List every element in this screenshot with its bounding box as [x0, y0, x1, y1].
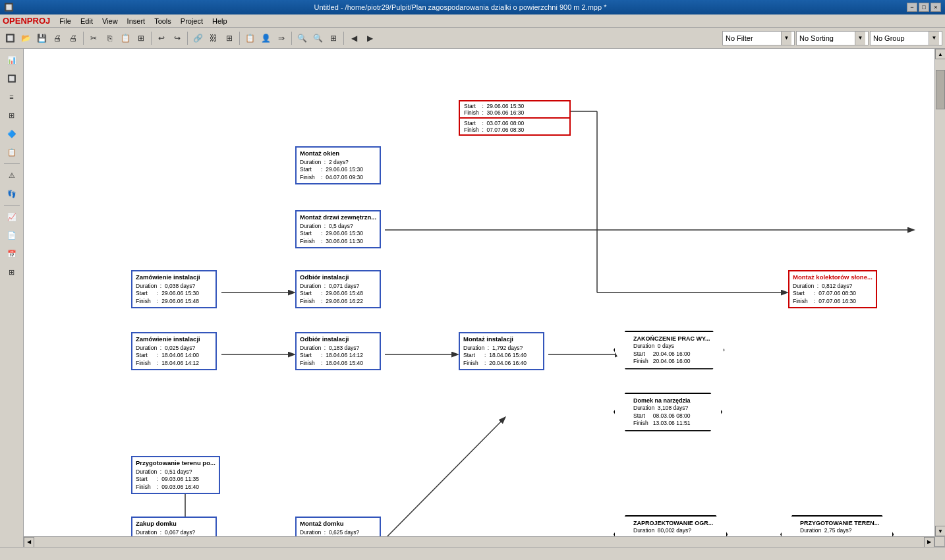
node-odbior-inst-2[interactable]: Odbiór instalacji Duration : 0,183 days?… — [295, 332, 381, 370]
sidebar-sep-2 — [4, 205, 20, 206]
toolbar-sep-5 — [291, 32, 292, 45]
print-preview-button[interactable]: 🖨 — [66, 31, 80, 45]
unlink-button[interactable]: ⛓ — [206, 31, 221, 45]
sidebar-tasklist-btn[interactable]: ≡ — [3, 88, 21, 105]
scroll-down-arrow[interactable]: ▼ — [935, 526, 945, 536]
sidebar: 📊 🔲 ≡ ⊞ 🔷 📋 ⚠ 👣 📈 📄 📅 ⊞ — [0, 49, 24, 547]
nav-prev-button[interactable]: ◀ — [347, 31, 361, 45]
toolbar-sep-1 — [83, 32, 84, 45]
menu-help[interactable]: Help — [208, 16, 231, 26]
task-button[interactable]: 📋 — [243, 31, 257, 45]
nav-next-button[interactable]: ▶ — [362, 31, 377, 45]
menu-insert[interactable]: Insert — [123, 16, 150, 26]
print-button[interactable]: 🖨 — [50, 31, 65, 45]
menu-view[interactable]: View — [98, 16, 122, 26]
status-text — [3, 550, 5, 557]
split-button[interactable]: ⊞ — [222, 31, 237, 45]
red-node-bottom[interactable]: Start : 03.07.06 08:00 Finish : 07.07.06… — [459, 119, 571, 136]
sidebar-resource-btn[interactable]: 📋 — [3, 144, 21, 161]
zoom-out-button[interactable]: 🔍 — [310, 31, 325, 45]
sidebar-chart-btn[interactable]: 📈 — [3, 208, 21, 225]
no-group-dropdown[interactable]: No Group ▼ — [870, 31, 942, 45]
link-button[interactable]: 🔗 — [190, 31, 205, 45]
sidebar-wbs-btn[interactable]: ⊞ — [3, 107, 21, 124]
scrollbar-vertical[interactable]: ▲ ▼ — [934, 49, 945, 536]
resource-button[interactable]: 👤 — [258, 31, 273, 45]
scroll-thumb-v[interactable] — [936, 70, 945, 109]
sidebar-pert-btn[interactable]: 🔷 — [3, 125, 21, 142]
copy-button[interactable]: ⎘ — [102, 31, 117, 45]
sidebar-report-btn[interactable]: 📄 — [3, 227, 21, 244]
menu-tools[interactable]: Tools — [150, 16, 175, 26]
no-sorting-label: No Sorting — [799, 34, 834, 42]
node-montaz-inst[interactable]: Montaż instalacji Duration : 1,792 days?… — [459, 332, 544, 370]
new-button[interactable]: 🔲 — [3, 31, 17, 45]
menu-edit[interactable]: Edit — [76, 16, 97, 26]
scroll-right-arrow[interactable]: ▶ — [924, 537, 934, 547]
assign-button[interactable]: ⇒ — [274, 31, 289, 45]
no-group-arrow[interactable]: ▼ — [929, 32, 939, 45]
paste-button[interactable]: 📋 — [118, 31, 132, 45]
node-odbior-inst-1[interactable]: Odbiór instalacji Duration : 0,071 days?… — [295, 270, 381, 308]
sidebar-sep-1 — [4, 163, 20, 164]
statusbar — [0, 547, 945, 560]
toolbar: 🔲 📂 💾 🖨 🖨 ✂ ⎘ 📋 ⊞ ↩ ↪ 🔗 ⛓ ⊞ 📋 👤 ⇒ 🔍 🔍 ⊞ … — [0, 28, 945, 49]
window-title: Untitled - /home/piotr29/Pulpit/Plan zag… — [14, 3, 907, 11]
toolbar-sep-2 — [151, 32, 152, 45]
no-sorting-dropdown[interactable]: No Sorting ▼ — [796, 31, 869, 45]
sidebar-network-btn[interactable]: 🔲 — [3, 70, 21, 87]
no-filter-arrow[interactable]: ▼ — [781, 32, 791, 45]
menu-file[interactable]: File — [55, 16, 75, 26]
scroll-corner — [934, 536, 945, 547]
toolbar-sep-6 — [343, 32, 344, 45]
red-pair-node: Start : 29.06.06 15:30 Finish : 30.06.06… — [459, 100, 571, 136]
main-area: 📊 🔲 ≡ ⊞ 🔷 📋 ⚠ 👣 📈 📄 📅 ⊞ — [0, 49, 945, 547]
open-button[interactable]: 📂 — [18, 31, 33, 45]
undo-button[interactable]: ↩ — [154, 31, 169, 45]
node-przygotowanie-terenu[interactable]: Przygotowanie terenu po... Duration : 0,… — [131, 456, 220, 494]
scroll-up-arrow[interactable]: ▲ — [935, 49, 945, 59]
node-montaz-okien[interactable]: Montaż okien Duration : 2 days? Start : … — [295, 146, 381, 184]
node-montaz-kolektorow[interactable]: Montaż kolektorów słone... Duration : 0,… — [788, 270, 877, 308]
node-zamowienie-inst-1[interactable]: Zamówienie instalacji Duration : 0,038 d… — [131, 270, 217, 308]
no-filter-label: No Filter — [726, 34, 753, 42]
app-logo: OPENPROJ — [3, 16, 50, 26]
red-node-top[interactable]: Start : 29.06.06 15:30 Finish : 30.06.06… — [459, 100, 571, 119]
no-sorting-arrow[interactable]: ▼ — [855, 32, 865, 45]
milestone-domek[interactable]: Domek na narzędzia Duration 3,108 days? … — [614, 393, 722, 432]
titlebar: 🔲 Untitled - /home/piotr29/Pulpit/Plan z… — [0, 0, 945, 14]
canvas-area[interactable]: Start : 29.06.06 15:30 Finish : 30.06.06… — [24, 49, 945, 547]
scrollbar-horizontal[interactable]: ◀ ▶ — [24, 536, 934, 547]
no-filter-dropdown[interactable]: No Filter ▼ — [722, 31, 795, 45]
svg-line-5 — [385, 418, 505, 539]
toolbar-sep-4 — [239, 32, 240, 45]
sidebar-overalloc-btn[interactable]: ⚠ — [3, 167, 21, 184]
milestone-zakonczenie[interactable]: ZAKOŃCZENIE PRAC WY... Duration 0 days S… — [614, 331, 725, 370]
menu-project[interactable]: Project — [177, 16, 207, 26]
sidebar-extra-btn[interactable]: ⊞ — [3, 264, 21, 281]
redo-button[interactable]: ↪ — [170, 31, 185, 45]
minimize-button[interactable]: − — [907, 3, 917, 12]
cut-button[interactable]: ✂ — [86, 31, 101, 45]
maximize-button[interactable]: □ — [919, 3, 929, 12]
node-zamowienie-inst-2[interactable]: Zamówienie instalacji Duration : 0,025 d… — [131, 332, 217, 370]
sidebar-calendar-btn[interactable]: 📅 — [3, 245, 21, 262]
zoom-in-button[interactable]: 🔍 — [295, 31, 309, 45]
sidebar-gantt-btn[interactable]: 📊 — [3, 51, 21, 69]
scroll-left-arrow[interactable]: ◀ — [24, 537, 34, 547]
save-button[interactable]: 💾 — [34, 31, 49, 45]
app-icon: 🔲 — [4, 3, 14, 12]
close-button[interactable]: × — [931, 3, 941, 12]
menubar: OPENPROJ File Edit View Insert Tools Pro… — [0, 14, 945, 28]
toolbar-sep-3 — [187, 32, 188, 45]
filter-button[interactable]: ⊞ — [326, 31, 341, 45]
no-group-label: No Group — [873, 34, 905, 42]
sidebar-tracking-btn[interactable]: 👣 — [3, 185, 21, 202]
node-montaz-drzwi[interactable]: Montaż drzwi zewnętrzn... Duration : 0,5… — [295, 210, 381, 248]
format-button[interactable]: ⊞ — [134, 31, 148, 45]
